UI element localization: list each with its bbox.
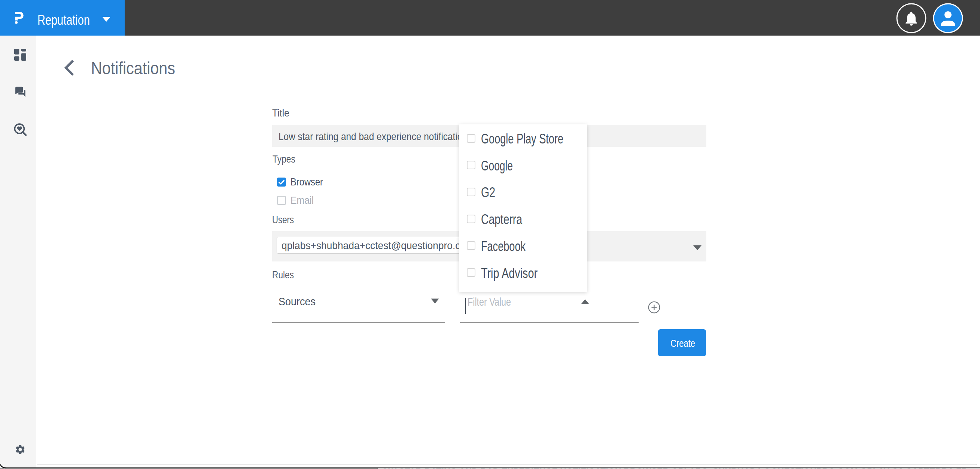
svg-text:Reputation: Reputation <box>37 12 90 28</box>
svg-text:Notifications: Notifications <box>91 59 175 78</box>
svg-text:G2: G2 <box>481 185 495 200</box>
svg-text:Users: Users <box>272 214 294 225</box>
svg-text:Create: Create <box>670 338 695 349</box>
svg-text:Low star rating and bad experi: Low star rating and bad experience notif… <box>278 130 468 142</box>
svg-text:Google: Google <box>481 158 513 173</box>
svg-text:Browser: Browser <box>291 176 323 188</box>
svg-text:Title: Title <box>272 107 290 119</box>
svg-text:Capterra: Capterra <box>481 212 522 227</box>
svg-text:Email: Email <box>291 194 314 206</box>
svg-text:Rules: Rules <box>272 269 294 281</box>
svg-text:Sources: Sources <box>278 295 315 308</box>
svg-text:Trip Advisor: Trip Advisor <box>481 265 538 281</box>
svg-text:Google Play Store: Google Play Store <box>481 131 563 147</box>
svg-text:qplabs+shubhada+cctest@questio: qplabs+shubhada+cctest@questionpro.co <box>282 239 466 251</box>
svg-text:Filter Value: Filter Value <box>468 296 511 308</box>
svg-text:Facebook: Facebook <box>481 238 525 254</box>
svg-text:Types: Types <box>272 153 295 165</box>
